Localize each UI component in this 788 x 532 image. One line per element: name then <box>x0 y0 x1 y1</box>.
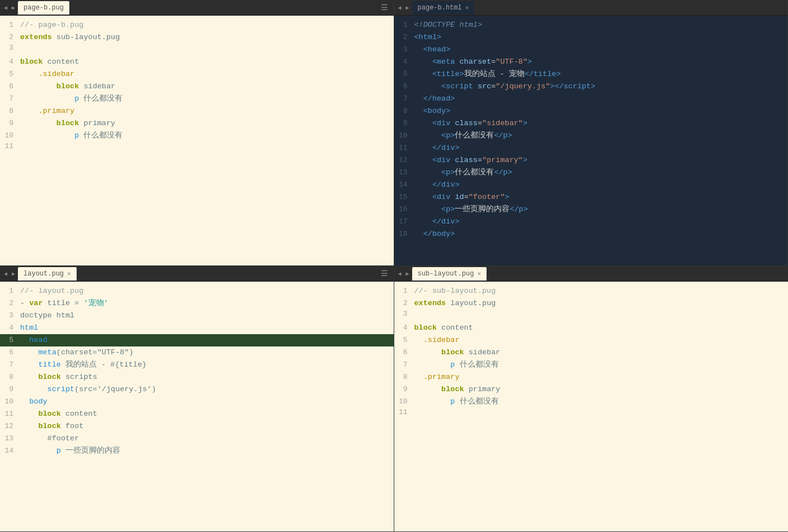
code-line: 1 //- layout.pug <box>0 285 394 297</box>
arrow-left-top-left[interactable]: ◀ <box>2 4 9 11</box>
arrow-right-top-right[interactable]: ▶ <box>404 4 411 11</box>
code-area-top-left: 1 //- page-b.pug 2 extends sub-layout.pu… <box>0 16 394 265</box>
tab-close-sub-layout-pug[interactable]: ✕ <box>477 270 481 277</box>
code-line: 3 <box>394 310 789 322</box>
tab-label-sub-layout-pug: sub-layout.pug <box>418 270 474 278</box>
code-line: 4 <meta charset="UTF-8"> <box>394 56 788 68</box>
tab-bar-bottom-right: ◀ ▶ sub-layout.pug ✕ <box>394 266 789 282</box>
arrow-left-bottom-right[interactable]: ◀ <box>397 270 403 277</box>
code-line: 7 p 什么都没有 <box>394 359 789 371</box>
code-line: 2 - var title = '宠物' <box>0 297 394 310</box>
code-line: 6 <script src="/jquery.js"></script> <box>394 80 788 93</box>
code-line: 12 block foot <box>0 420 394 433</box>
hamburger-icon-top-left[interactable]: ☰ <box>381 3 388 12</box>
code-line: 11 <box>394 408 789 420</box>
code-line: 10 <p>什么都没有</p> <box>394 130 788 142</box>
code-line: 11 block content <box>0 408 394 420</box>
tab-close-page-b-html[interactable]: ✕ <box>465 4 469 11</box>
code-line: 5 .sidebar <box>394 334 789 346</box>
code-line: 1 //- sub-layout.pug <box>394 285 789 297</box>
arrow-right-bottom-left[interactable]: ▶ <box>10 270 17 277</box>
code-line: 18 </body> <box>394 228 788 240</box>
code-line: 1 //- page-b.pug <box>0 19 394 31</box>
code-line: 6 block sidebar <box>394 346 789 359</box>
code-line: 10 p 什么都没有 <box>394 396 789 408</box>
code-line: 11 </div> <box>394 142 788 154</box>
code-line: 10 body <box>0 396 394 408</box>
code-line: 3 <box>0 44 394 56</box>
code-line: 13 <p>什么都没有</p> <box>394 167 788 179</box>
code-line: 4 block content <box>394 322 789 334</box>
hamburger-icon-bottom-left[interactable]: ☰ <box>381 269 388 278</box>
code-line: 9 <div class="sidebar"> <box>394 117 788 130</box>
code-line: 17 </div> <box>394 216 788 228</box>
code-area-bottom-left: 1 //- layout.pug 2 - var title = '宠物' 3 … <box>0 282 394 531</box>
tab-bar-top-left: ◀ ▶ page-b.pug ☰ <box>0 0 394 16</box>
tab-bar-top-right: ◀ ▶ page-b.html ✕ <box>394 0 788 16</box>
code-area-top-right: 1 <!DOCTYPE html> 2 <html> 3 <head> 4 <m… <box>394 16 788 265</box>
code-line: 14 p 一些页脚的内容 <box>0 445 394 457</box>
tab-label-page-b-html: page-b.html <box>418 4 462 12</box>
tab-label-page-b-pug: page-b.pug <box>23 4 64 12</box>
code-line: 8 block scripts <box>0 371 394 383</box>
code-line: 9 script(src='/jquery.js') <box>0 383 394 396</box>
code-line: 8 .primary <box>0 105 394 117</box>
code-line: 2 extends layout.pug <box>394 297 789 310</box>
code-line: 4 html <box>0 322 394 334</box>
code-line: 3 doctype html <box>0 310 394 322</box>
code-line: 15 <div id="footer"> <box>394 191 788 203</box>
tab-sub-layout-pug[interactable]: sub-layout.pug ✕ <box>412 267 487 281</box>
code-line: 7 title 我的站点 - #{title} <box>0 359 394 371</box>
code-line: 11 <box>0 142 394 154</box>
code-line: 4 block content <box>0 56 394 68</box>
arrow-left-top-right[interactable]: ◀ <box>397 4 403 11</box>
code-line: 2 extends sub-layout.pug <box>0 31 394 44</box>
code-line: 5 .sidebar <box>0 68 394 80</box>
tab-page-b-pug[interactable]: page-b.pug <box>18 1 69 15</box>
code-line: 7 p 什么都没有 <box>0 93 394 105</box>
code-line: 16 <p>一些页脚的内容</p> <box>394 203 788 216</box>
code-line: 9 block primary <box>0 117 394 130</box>
code-line: 8 .primary <box>394 371 789 383</box>
panel-bottom-left: ◀ ▶ layout.pug ✕ ☰ 1 //- layout.pug 2 - … <box>0 266 394 532</box>
tab-label-layout-pug: layout.pug <box>23 270 64 278</box>
code-line: 1 <!DOCTYPE html> <box>394 19 788 31</box>
panel-top-left: ◀ ▶ page-b.pug ☰ 1 //- page-b.pug 2 exte… <box>0 0 394 266</box>
code-line: 3 <head> <box>394 44 788 56</box>
code-line: 6 meta(charset="UTF-8") <box>0 346 394 359</box>
code-line: 6 block sidebar <box>0 80 394 93</box>
code-line: 9 block primary <box>394 383 789 396</box>
arrow-right-top-left[interactable]: ▶ <box>10 4 17 11</box>
tab-layout-pug[interactable]: layout.pug ✕ <box>18 267 77 281</box>
code-line: 12 <div class="primary"> <box>394 154 788 167</box>
code-line: 10 p 什么都没有 <box>0 130 394 142</box>
code-line-highlighted: 5 head <box>0 334 394 346</box>
tab-page-b-html[interactable]: page-b.html ✕ <box>412 1 475 15</box>
code-line: 2 <html> <box>394 31 788 44</box>
code-line: 13 #footer <box>0 433 394 445</box>
arrow-left-bottom-left[interactable]: ◀ <box>2 270 9 277</box>
panel-top-right: ◀ ▶ page-b.html ✕ 1 <!DOCTYPE html> 2 <h… <box>394 0 789 266</box>
tab-bar-bottom-left: ◀ ▶ layout.pug ✕ ☰ <box>0 266 394 282</box>
code-area-bottom-right: 1 //- sub-layout.pug 2 extends layout.pu… <box>394 282 789 531</box>
panel-bottom-right: ◀ ▶ sub-layout.pug ✕ 1 //- sub-layout.pu… <box>394 266 789 532</box>
code-line: 8 <body> <box>394 105 788 117</box>
code-line: 14 </div> <box>394 179 788 191</box>
code-line: 5 <title>我的站点 - 宠物</title> <box>394 68 788 80</box>
arrow-right-bottom-right[interactable]: ▶ <box>404 270 411 277</box>
tab-close-layout-pug[interactable]: ✕ <box>67 270 71 277</box>
code-line: 7 </head> <box>394 93 788 105</box>
